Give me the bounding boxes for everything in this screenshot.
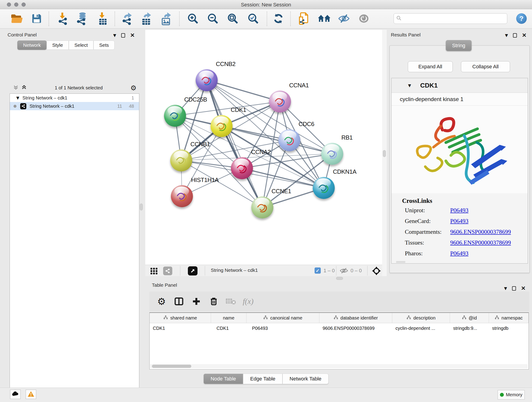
crosslink-link[interactable]: P06493 [450,250,468,257]
tab-node-table[interactable]: Node Table [203,374,243,384]
column-header-name[interactable]: name [211,313,247,323]
column-label: database identifier [341,315,378,321]
string-results-tab[interactable]: String [446,40,472,51]
network-node-cdk1[interactable] [210,115,233,137]
export-image-icon [160,12,172,26]
crosslink-link[interactable]: P06493 [450,207,468,214]
network-collection-row[interactable]: ▼ String Network – cdk1 1 [10,94,139,102]
mini-scrollbar-stub[interactable] [396,261,405,263]
panel-splitter-handle[interactable] [140,204,143,211]
share-view-icon[interactable] [163,267,172,275]
delete-table-icon[interactable] [224,295,237,308]
vertical-splitter[interactable] [382,30,387,276]
create-column-plus-icon[interactable] [190,295,203,308]
crosslink-link[interactable]: 9606.ENSP00000378699 [450,239,511,246]
delete-column-trash-icon[interactable] [207,295,220,308]
column-header-canonical-name[interactable]: canonical name [247,313,319,323]
tab-sets[interactable]: Sets [94,41,114,50]
tab-network-table[interactable]: Network Table [283,374,329,384]
collapse-all-networks-icon[interactable] [13,84,19,91]
horizontal-splitter-handle[interactable] [336,277,343,280]
import-table-button[interactable] [96,12,109,26]
network-edge[interactable] [207,80,262,207]
crosslink-link[interactable]: 9606.ENSP00000378699 [450,229,511,235]
hidden-elements-eye-slash-icon[interactable] [340,267,348,275]
tab-network[interactable]: Network [17,41,46,50]
control-panel-float-icon[interactable] [121,33,125,38]
results-panel-close-icon[interactable]: ✕ [522,32,526,38]
hide-graphics-button[interactable] [337,12,350,26]
grid-view-icon[interactable] [150,267,158,276]
refresh-button[interactable] [272,12,285,26]
memory-button[interactable]: Memory [498,390,525,400]
function-builder-icon[interactable]: f(x) [241,295,255,308]
node-structure-glyph [269,90,291,113]
table-panel-collapse-icon[interactable]: ▼ [504,286,507,291]
node-table: shared namenamecanonical namedatabase id… [149,313,529,370]
expand-all-networks-icon[interactable] [21,84,27,91]
tab-select[interactable]: Select [69,41,94,50]
results-panel-collapse-icon[interactable]: ▼ [505,33,508,38]
control-panel-collapse-icon[interactable]: ▼ [113,33,116,38]
network-node-cdkn1a[interactable] [313,177,335,199]
network-canvas[interactable]: CCNB2 CCNA1 CDC25B CDK1 CDC6 [145,30,382,265]
show-columns-icon[interactable] [172,295,186,308]
splitter-handle[interactable] [383,150,386,157]
import-network-icon [57,12,68,26]
results-panel-float-icon[interactable] [513,33,517,38]
column-header--id[interactable]: @id [450,313,489,323]
open-in-new-window-icon[interactable] [188,266,197,275]
crosshair-icon[interactable] [372,266,381,277]
column-header-shared-name[interactable]: shared name [150,313,211,323]
crosslink-link[interactable]: P06493 [450,218,468,225]
network-row[interactable]: String Network – cdk1 11 48 [10,102,139,110]
share-document-button[interactable] [297,12,310,26]
scrollbar-thumb[interactable] [152,365,191,368]
warnings-button[interactable] [26,390,36,399]
column-header-namespac[interactable]: namespac [489,313,529,323]
table-cell: 9606.ENSP00000378699 [319,323,392,333]
collection-expand-icon[interactable]: ▼ [16,96,19,100]
network-node-ccna2[interactable] [231,157,253,179]
search-input[interactable] [404,16,507,21]
help-button[interactable]: ? [516,13,527,24]
control-panel-close-icon[interactable]: ✕ [130,32,135,38]
tab-style[interactable]: Style [46,41,69,50]
network-node-ccna1[interactable] [269,90,291,113]
crosslink-row: Tissues: 9606.ENSP00000378699 [405,239,524,246]
import-network-database-button[interactable] [75,12,88,26]
zoom-out-button[interactable] [206,12,219,26]
home-button[interactable] [318,12,331,26]
protein-collapse-icon[interactable]: ▼ [408,83,411,88]
show-graphics-button[interactable] [357,12,370,26]
export-network-button[interactable] [120,12,133,26]
cloud-button[interactable] [10,390,21,399]
protein-card-header[interactable]: ▼ CDK1 [392,78,528,93]
collapse-all-button[interactable]: Collapse All [461,61,510,72]
network-node-cdc6[interactable] [278,129,300,151]
column-header-database-identifier[interactable]: database identifier [319,313,392,323]
table-settings-gear-icon[interactable]: ⚙ [155,295,168,308]
network-node-rb1[interactable] [321,143,343,165]
save-session-button[interactable] [30,12,43,26]
zoom-fit-button[interactable] [226,12,239,26]
import-network-file-button[interactable] [56,12,69,26]
column-header-description[interactable]: description [392,313,450,323]
tab-edge-table[interactable]: Edge Table [243,374,283,384]
export-table-button[interactable] [140,12,153,26]
network-node-ccne1[interactable] [251,196,273,218]
zoom-selected-button[interactable] [247,12,260,26]
network-node-ccnb1[interactable] [170,149,192,172]
network-options-gear-icon[interactable]: ⚙ [130,84,137,92]
selected-nodes-checkbox[interactable]: ✓ [315,268,321,274]
export-image-button[interactable] [160,12,173,26]
open-session-button[interactable] [10,12,23,26]
table-row[interactable]: CDK1CDK1P064939606.ENSP00000378699cyclin… [150,323,529,333]
network-node-ccnb2[interactable] [196,69,218,91]
network-node-hist1h1a[interactable] [171,185,193,207]
table-panel-close-icon[interactable]: ✕ [521,286,526,291]
table-panel-float-icon[interactable] [512,286,516,291]
expand-all-button[interactable]: Expand All [408,61,453,72]
network-node-cdc25b[interactable] [164,105,186,127]
zoom-in-button[interactable] [186,12,199,26]
